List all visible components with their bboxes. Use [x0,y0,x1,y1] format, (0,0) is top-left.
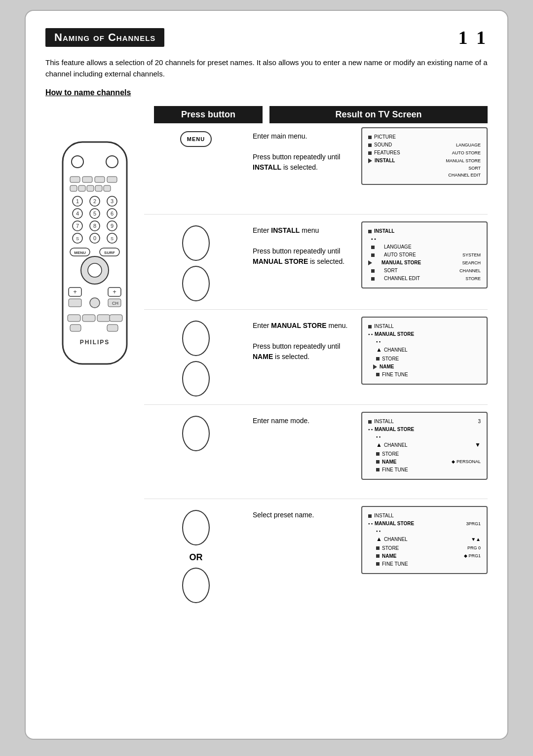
oval-button-5b[interactable] [182,568,210,603]
svg-point-1 [72,156,83,168]
step-1-screen: PICTURE SOUNDLANGUAGE FEATURESAUTO STORE… [361,127,488,185]
svg-text:9: 9 [111,223,114,229]
screen1-install: INSTALLMANUAL STORE [368,157,481,165]
screen3-channel: ▲CHANNEL [368,345,481,355]
oval-button-3b[interactable] [182,361,210,396]
svg-rect-9 [87,185,94,191]
svg-text:MENU: MENU [74,251,86,255]
step-1-row: MENU Enter main menu. Press button repea… [144,127,488,206]
step-2-screen: INSTALL ▪ ▪ LANGUAGE AUTO STORESYSTEM MA… [361,221,488,288]
page: Naming of Channels 1 1 This feature allo… [25,10,508,740]
svg-rect-4 [82,177,92,182]
screen2-dots: ▪ ▪ [368,235,481,243]
svg-text:2: 2 [93,198,96,204]
svg-text:1: 1 [76,198,79,204]
header-row: Naming of Channels 1 1 [45,27,488,48]
screen5-dots: ▪ ▪ [368,528,481,535]
screen2-install: INSTALL [368,227,481,235]
step-2-row: Enter INSTALL menu Press button repeated… [144,221,488,301]
screen1-sort: SORT [368,165,481,172]
step-2-line2: Press button repeatedly until MANUAL STO… [253,247,344,265]
screen3-dots: ▪ ▪ [368,338,481,345]
svg-text:8: 8 [93,223,96,229]
svg-point-41 [88,263,102,277]
svg-text:4: 4 [76,211,79,216]
svg-rect-51 [82,315,95,322]
screen1-picture: PICTURE [368,133,481,141]
screen4-store: STORE [368,450,481,458]
step-2-line1: Enter INSTALL menu [253,226,319,234]
svg-point-2 [106,156,118,168]
screen4-channel: ▲CHANNEL▼ [368,440,481,450]
or-label: OR [190,552,203,563]
step-3-line1: Enter MANUAL STORE menu. [253,322,347,329]
svg-rect-46 [69,299,81,307]
screen2-channeledit: CHANNEL EDITSTORE [368,275,481,283]
remote-image: 1 2 3 4 5 6 7 8 9 S 0 [53,137,137,394]
step-4-text: Enter name mode. [253,412,361,426]
screen4-dots: ▪ ▪ [368,433,481,440]
oval-button-4[interactable] [182,416,210,451]
svg-text:+: + [113,288,116,295]
step-5-buttons: OR [144,506,253,603]
screen5-channel: ▲CHANNEL▼▲ [368,535,481,544]
screen5-finetune: FINE TUNE [368,560,481,568]
step-1-buttons: MENU [144,127,253,147]
svg-rect-50 [68,315,80,322]
screen5-name: NAME◆ PRG1 [368,552,481,560]
screen2-manualstore: MANUAL STORESEARCH [368,259,481,267]
screen1-channeledit: CHANNEL EDIT [368,172,481,179]
step-5-screen: INSTALL ▪ ▪MANUAL STORE3PRG1 ▪ ▪ ▲CHANNE… [361,506,488,574]
screen5-install: INSTALL [368,512,481,520]
svg-rect-10 [95,185,102,191]
screen4-finetune: FINE TUNE [368,466,481,474]
step-5-line1: Select preset name. [253,511,314,519]
svg-rect-8 [78,185,85,191]
svg-text:SURF: SURF [104,251,115,255]
step-1-line2: Press button repeatedly until INSTALL is… [253,153,340,171]
step-3-text: Enter MANUAL STORE menu. Press button re… [253,317,361,362]
main-area: 1 2 3 4 5 6 7 8 9 S 0 [45,127,488,608]
steps-column: MENU Enter main menu. Press button repea… [144,127,488,608]
svg-text:0: 0 [93,235,96,241]
svg-text:CH: CH [112,301,118,306]
step-3-screen: INSTALL ▪ ▪MANUAL STORE ▪ ▪ ▲CHANNEL STO… [361,317,488,385]
screen3-finetune: FINE TUNE [368,371,481,379]
step-1-line1: Enter main menu. [253,132,307,140]
screen1-sound: SOUNDLANGUAGE [368,141,481,149]
step-4-line1: Enter name mode. [253,417,309,425]
svg-text:3: 3 [111,198,114,204]
step-2-text: Enter INSTALL menu Press button repeated… [253,221,361,267]
oval-button-2a[interactable] [182,225,210,261]
step-1-text: Enter main menu. Press button repeatedly… [253,127,361,173]
svg-rect-55 [107,324,118,331]
step-4-screen: INSTALL3 ▪ ▪MANUAL STORE ▪ ▪ ▲CHANNEL▼ S… [361,412,488,480]
svg-text:7: 7 [76,223,79,229]
svg-rect-11 [104,185,111,191]
how-to-heading: How to name channels [45,88,488,97]
svg-rect-5 [95,177,105,182]
screen3-install: INSTALL [368,323,481,330]
oval-button-5a[interactable] [182,510,210,545]
screen2-autostore: AUTO STORESYSTEM [368,251,481,259]
step-5-row: OR Select preset name. INSTALL ▪ ▪MANUAL… [144,506,488,603]
screen3-store: STORE [368,355,481,363]
menu-button[interactable]: MENU [180,131,212,147]
oval-button-3a[interactable] [182,321,210,356]
remote-column: 1 2 3 4 5 6 7 8 9 S 0 [45,127,144,608]
page-number: 1 1 [458,27,488,48]
screen1-features: FEATURESAUTO STORE [368,149,481,157]
svg-rect-6 [107,177,117,182]
svg-rect-3 [70,177,80,182]
step-3-buttons [144,317,253,396]
screen2-sort: SORTCHANNEL [368,267,481,275]
svg-rect-53 [110,315,122,322]
step-4-buttons [144,412,253,451]
screen5-manualstore: ▪ ▪MANUAL STORE3PRG1 [368,520,481,528]
svg-point-47 [90,298,100,308]
oval-button-2b[interactable] [182,266,210,301]
svg-text:S: S [76,236,79,241]
svg-rect-7 [70,185,77,191]
screen4-manualstore: ▪ ▪MANUAL STORE [368,426,481,433]
page-title: Naming of Channels [45,28,164,47]
